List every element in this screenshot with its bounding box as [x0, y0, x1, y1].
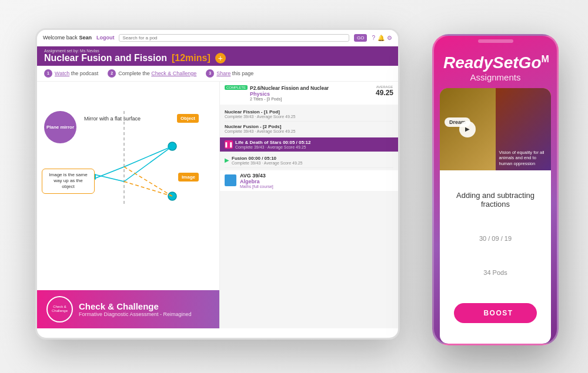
cc-subtitle: Formative Diagnostic Assessment - Reimag…: [79, 311, 192, 317]
item-content: Fusion 00:00 / 05:10 Complete 39/43 · Av…: [232, 156, 303, 165]
rp-titles-count: 2 Titles - [3 Pods]: [250, 97, 329, 101]
search-input[interactable]: [119, 34, 349, 42]
card-date: 30 / 09 / 19: [479, 235, 512, 242]
phone-card-image: Idealistic opening Dream ▶ Vision of equ…: [440, 88, 551, 170]
card-topic: Adding and subtracting fractions: [447, 191, 544, 209]
phone-card: Idealistic opening Dream ▶ Vision of equ…: [440, 88, 551, 344]
app-name: ReadySetGoM: [443, 55, 547, 71]
item-title: Fusion 00:00 / 05:10: [232, 156, 303, 161]
assignment-title: Nuclear Fusion and Fission [12mins] +: [44, 53, 391, 63]
step-1: 1 Watch Watch the podcast the podcast: [44, 69, 98, 78]
image-label: Image: [178, 173, 199, 182]
course-title: Algebra: [240, 179, 273, 184]
add-button[interactable]: +: [215, 53, 226, 63]
settings-icon[interactable]: ⚙: [387, 35, 392, 41]
main-scene: Welcome back Sean Logout GO ? 🔔 ⚙ Assign…: [24, 16, 564, 357]
rp-list: Nuclear Fission - [1 Pod] Complete 39/43…: [220, 105, 398, 170]
rp-bottom: AVG 39/43 Algebra Maths [full course]: [220, 170, 398, 191]
list-item: ▶ Fusion 00:00 / 05:10 Complete 39/43 · …: [225, 153, 393, 168]
step-2-num: 2: [108, 69, 116, 78]
pause-icon: ❚❚: [225, 140, 233, 149]
item-title: Nuclear Fusion - [2 Pods]: [225, 124, 393, 129]
rp-average: AVERAGE 49.25: [376, 85, 393, 97]
cc-title: Check & Challenge: [79, 301, 192, 311]
boost-button[interactable]: BOOST: [454, 303, 536, 323]
phone-card-body: Adding and subtracting fractions 30 / 09…: [440, 170, 551, 344]
rp-complete-section: COMPLETE P2.6/Nuclear Fission and Nuclea…: [225, 85, 393, 101]
step-2: 2 Complete the Check & Challenge: [108, 69, 196, 78]
tablet-content: Plane mirror Mirror with a flat surface: [37, 82, 398, 328]
phone: ReadySetGoM Assignments Idealistic openi…: [432, 34, 559, 345]
img-caption: Vision of equality for all animals and e…: [499, 150, 548, 167]
cc-text: Check & Challenge Formative Diagnostic A…: [79, 301, 192, 317]
course-sub: Maths [full course]: [240, 184, 273, 189]
object-label: Object: [177, 114, 199, 123]
list-item-highlight[interactable]: ❚❚ Life & Death of Stars 00:05 / 05:12 C…: [220, 137, 398, 152]
rp-course-info: P2.6/Nuclear Fission and Nuclear Physics…: [250, 85, 329, 101]
step-3: 3 Share this page: [206, 69, 253, 78]
help-icon[interactable]: ?: [372, 35, 375, 41]
item-sub: Complete 39/43 · Average Score 49.25: [232, 161, 303, 165]
tablet-topbar: Welcome back Sean Logout GO ? 🔔 ⚙: [37, 30, 398, 46]
average-label: AVERAGE: [376, 85, 393, 89]
rp-course-ref: P2.6/Nuclear Fission and Nuclear: [250, 85, 329, 91]
item-title: Life & Death of Stars 00:05 / 05:12 Comp…: [235, 140, 311, 149]
svg-line-8: [124, 182, 172, 196]
score-box: [225, 174, 236, 186]
avg-bottom: AVG 39/43: [240, 173, 273, 179]
svg-line-7: [124, 167, 172, 196]
check-challenge-bar: Check & Challenge Check & Challenge Form…: [37, 290, 219, 328]
topbar-icons: ? 🔔 ⚙: [372, 35, 392, 41]
average-score: 49.25: [376, 89, 393, 97]
watch-link[interactable]: Watch: [55, 70, 69, 76]
rp-top: COMPLETE P2.6/Nuclear Fission and Nuclea…: [220, 82, 398, 105]
go-button[interactable]: GO: [354, 34, 367, 42]
welcome-text: Welcome back Sean: [43, 35, 92, 41]
item-sub: Complete 39/43 · Average Score 49.25: [225, 129, 393, 133]
assignment-banner: Assignment set by: Ms Nevlas Nuclear Fus…: [37, 46, 398, 66]
right-panel: COMPLETE P2.6/Nuclear Fission and Nuclea…: [219, 82, 398, 328]
steps-bar: 1 Watch Watch the podcast the podcast 2 …: [37, 66, 398, 82]
complete-badge: COMPLETE: [225, 85, 248, 90]
cc-logo: Check & Challenge: [46, 296, 73, 322]
item-sub-text: Complete 39/43 · Average Score 49.25: [235, 145, 311, 149]
list-item: Nuclear Fission - [1 Pod] Complete 39/43…: [225, 107, 393, 122]
image-same-way-text: Image is the same way up as the object: [42, 169, 95, 194]
share-link[interactable]: Share: [216, 70, 230, 76]
phone-header: ReadySetGoM Assignments: [434, 43, 557, 88]
phone-subtitle: Assignments: [443, 72, 547, 82]
diagram-area: Plane mirror Mirror with a flat surface: [37, 82, 219, 328]
tablet: Welcome back Sean Logout GO ? 🔔 ⚙ Assign…: [35, 28, 400, 340]
card-img-right: Vision of equality for all animals and e…: [496, 88, 552, 170]
app-name-text: ReadySetGo: [443, 53, 542, 72]
assignment-set-by: Assignment set by: Ms Nevlas: [44, 49, 391, 53]
rp-bottom-info: AVG 39/43 Algebra Maths [full course]: [240, 173, 273, 189]
step-1-text: Watch Watch the podcast the podcast: [55, 70, 98, 76]
play-button[interactable]: ▶: [459, 121, 476, 137]
check-challenge-link[interactable]: Check & Challenge: [151, 70, 196, 76]
play-icon: ▶: [225, 157, 229, 163]
assignment-duration: [12mins]: [172, 53, 211, 63]
item-title: Nuclear Fission - [1 Pod]: [225, 109, 393, 115]
step-3-text: Share this page: [216, 70, 253, 76]
step-3-num: 3: [206, 69, 214, 78]
notification-icon[interactable]: 🔔: [377, 35, 385, 41]
item-sub: Complete 39/43 · Average Score 49.25: [225, 115, 393, 119]
item-title-text: Life & Death of Stars 00:05 / 05:12: [235, 140, 311, 145]
card-pods: 34 Pods: [483, 269, 507, 276]
step-2-text: Complete the Check & Challenge: [118, 70, 196, 76]
card-img-left: Dream ▶: [440, 88, 496, 170]
rp-subject: Physics: [250, 91, 329, 97]
list-item: Nuclear Fusion - [2 Pods] Complete 39/43…: [225, 122, 393, 136]
step-1-num: 1: [44, 69, 52, 78]
logout-link[interactable]: Logout: [96, 35, 115, 41]
